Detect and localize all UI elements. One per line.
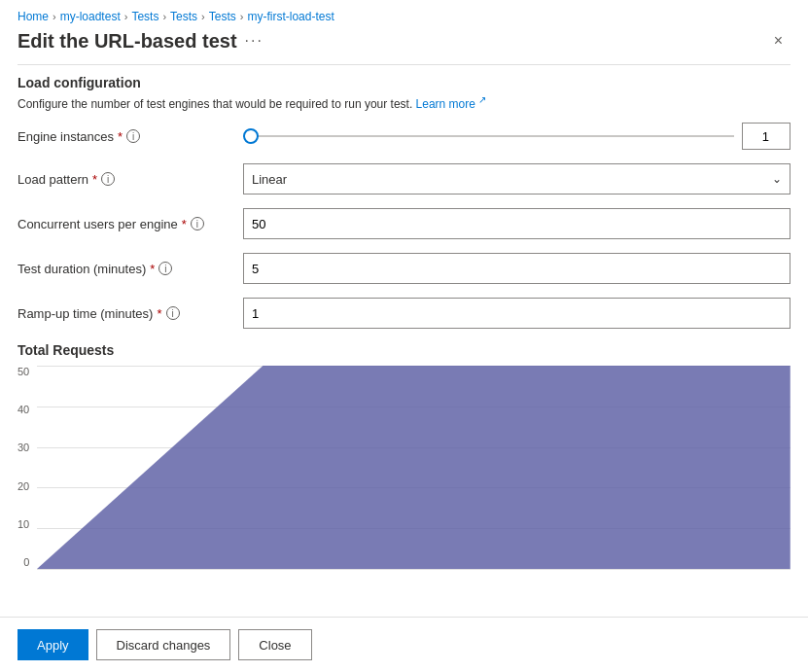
engine-instances-row: Engine instances * i xyxy=(18,123,790,150)
engine-instances-number-input[interactable] xyxy=(742,123,790,150)
concurrent-users-label: Concurrent users per engine * i xyxy=(18,217,231,231)
ramp-up-time-input[interactable] xyxy=(243,298,790,329)
breadcrumb: Home › my-loadtest › Tests › Tests › Tes… xyxy=(0,0,808,29)
ramp-up-time-info-icon[interactable]: i xyxy=(166,306,180,320)
header-divider xyxy=(18,64,790,65)
load-pattern-control[interactable]: Linear ⌄ xyxy=(243,163,790,195)
close-button[interactable]: Close xyxy=(238,629,311,660)
concurrent-users-row: Concurrent users per engine * i xyxy=(18,208,790,239)
ramp-up-time-control xyxy=(243,298,790,329)
more-options-button[interactable]: ··· xyxy=(245,32,263,50)
chart-y-axis: 50 40 30 20 10 0 xyxy=(18,366,29,570)
load-pattern-label: Load pattern * i xyxy=(18,172,231,187)
breadcrumb-tests-1[interactable]: Tests xyxy=(131,10,158,23)
y-label-0: 0 xyxy=(23,556,29,568)
breadcrumb-sep-1: › xyxy=(53,11,56,22)
chevron-down-icon: ⌄ xyxy=(772,172,782,186)
panel-header: Edit the URL-based test ··· × xyxy=(18,29,790,62)
y-label-50: 50 xyxy=(18,366,29,377)
load-pattern-info-icon[interactable]: i xyxy=(101,172,115,186)
breadcrumb-sep-2: › xyxy=(124,11,128,22)
y-label-40: 40 xyxy=(18,404,29,415)
panel-title: Edit the URL-based test xyxy=(18,30,237,53)
panel-title-row: Edit the URL-based test ··· xyxy=(18,30,263,53)
svg-marker-0 xyxy=(37,366,790,569)
y-label-30: 30 xyxy=(18,442,29,453)
load-config-section-title: Load configuration xyxy=(18,75,790,90)
apply-button[interactable]: Apply xyxy=(18,629,88,660)
concurrent-users-input[interactable] xyxy=(243,208,790,239)
test-duration-input[interactable] xyxy=(243,253,790,284)
breadcrumb-tests-2[interactable]: Tests xyxy=(170,10,197,23)
breadcrumb-my-loadtest[interactable]: my-loadtest xyxy=(60,10,121,23)
engine-instances-slider-thumb[interactable] xyxy=(243,128,259,144)
engine-instances-label: Engine instances * i xyxy=(18,129,231,144)
ramp-up-time-row: Ramp-up time (minutes) * i xyxy=(18,298,790,329)
load-pattern-value: Linear xyxy=(252,172,287,187)
external-link-icon: ↗ xyxy=(478,94,486,105)
load-pattern-dropdown[interactable]: Linear ⌄ xyxy=(243,163,790,195)
test-duration-row: Test duration (minutes) * i xyxy=(18,253,790,284)
engine-instances-slider-track xyxy=(243,135,734,137)
engine-instances-slider-container xyxy=(243,123,790,150)
learn-more-link[interactable]: Learn more ↗ xyxy=(416,97,487,111)
concurrent-users-info-icon[interactable]: i xyxy=(191,217,204,230)
footer: Apply Discard changes Close xyxy=(0,617,808,672)
chart-area xyxy=(37,366,790,570)
load-pattern-row: Load pattern * i Linear ⌄ xyxy=(18,163,790,195)
ramp-up-time-label: Ramp-up time (minutes) * i xyxy=(18,306,231,321)
breadcrumb-sep-3: › xyxy=(162,11,166,22)
test-duration-control xyxy=(243,253,790,284)
chart-wrapper: 50 40 30 20 10 0 xyxy=(18,366,790,570)
y-label-10: 10 xyxy=(18,518,29,530)
chart-title: Total Requests xyxy=(18,342,790,358)
y-label-20: 20 xyxy=(18,480,29,492)
discard-changes-button[interactable]: Discard changes xyxy=(96,629,231,660)
engine-instances-info-icon[interactable]: i xyxy=(126,129,140,143)
concurrent-users-required: * xyxy=(182,217,187,231)
concurrent-users-control xyxy=(243,208,790,239)
breadcrumb-tests-3[interactable]: Tests xyxy=(209,10,236,23)
breadcrumb-home[interactable]: Home xyxy=(18,10,49,23)
breadcrumb-my-first-load-test[interactable]: my-first-load-test xyxy=(247,10,334,23)
test-duration-label: Test duration (minutes) * i xyxy=(18,262,231,276)
total-requests-chart-section: Total Requests 50 40 30 20 10 0 xyxy=(18,342,790,570)
breadcrumb-sep-5: › xyxy=(240,11,244,22)
engine-instances-required: * xyxy=(118,129,123,144)
close-panel-button[interactable]: × xyxy=(766,29,790,53)
load-pattern-required: * xyxy=(92,172,97,187)
test-duration-required: * xyxy=(150,262,155,276)
test-duration-info-icon[interactable]: i xyxy=(158,262,172,275)
ramp-up-time-required: * xyxy=(157,306,161,321)
chart-svg xyxy=(37,366,790,569)
engine-instances-control xyxy=(243,123,790,150)
grid-line-0 xyxy=(37,569,790,570)
engine-instances-slider-track-wrapper[interactable] xyxy=(243,126,734,146)
load-config-desc: Configure the number of test engines tha… xyxy=(18,94,790,111)
breadcrumb-sep-4: › xyxy=(201,11,205,22)
load-config-desc-text: Configure the number of test engines tha… xyxy=(18,97,412,111)
